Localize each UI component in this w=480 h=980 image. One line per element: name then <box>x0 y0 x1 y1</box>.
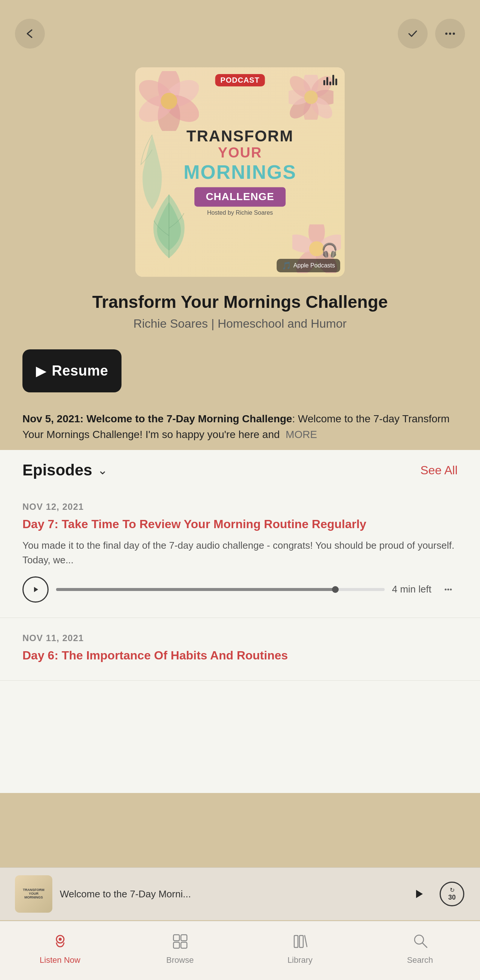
more-button[interactable]: MORE <box>286 429 317 440</box>
now-playing-controls: ↻ 30 <box>407 881 465 907</box>
svg-point-26 <box>445 589 447 590</box>
cover-challenge-text: CHALLENGE <box>194 188 285 207</box>
svg-point-9 <box>161 93 177 109</box>
resume-label: Resume <box>52 363 108 379</box>
now-playing-thumbnail: TRANSFORMYOURMORNINGS <box>15 875 52 913</box>
play-icon: ▶ <box>36 364 46 379</box>
tab-browse[interactable]: Browse <box>120 929 240 969</box>
podcast-info: Transform Your Mornings Challenge Richie… <box>0 284 480 338</box>
podcast-cover-art: PODCAST TRANSFORM YOUR MORNINGS CHALLENG… <box>135 67 345 277</box>
svg-rect-36 <box>299 935 303 947</box>
podcast-description: Nov 5, 2021: Welcome to the 7-Day Mornin… <box>0 404 480 450</box>
thumbnail-art: TRANSFORMYOURMORNINGS <box>15 875 52 913</box>
listen-now-icon <box>52 932 68 952</box>
nav-right-buttons <box>398 19 465 49</box>
episode-title[interactable]: Day 6: The Importance Of Habits And Rout… <box>22 648 458 663</box>
svg-rect-32 <box>181 935 187 941</box>
episodes-list: NOV 12, 2021 Day 7: Take Time To Review … <box>0 487 480 681</box>
cover-transform-text: TRANSFORM <box>156 127 324 145</box>
episode-more-button[interactable] <box>439 580 458 599</box>
search-icon <box>412 932 428 952</box>
resume-button[interactable]: ▶ Resume <box>22 349 121 392</box>
svg-line-38 <box>423 943 427 947</box>
top-navigation <box>0 0 480 56</box>
episode-date: NOV 12, 2021 <box>22 501 458 512</box>
see-all-button[interactable]: See All <box>420 463 458 477</box>
more-options-button[interactable] <box>435 19 465 49</box>
episode-title[interactable]: Day 7: Take Time To Review Your Morning … <box>22 517 458 532</box>
episode-date: NOV 11, 2021 <box>22 633 458 643</box>
episode-play-button[interactable] <box>22 576 49 603</box>
episode-progress-bar <box>56 588 385 591</box>
episodes-title-area: Episodes ⌄ <box>22 461 108 479</box>
tab-listen-now[interactable]: Listen Now <box>0 929 120 969</box>
tab-search[interactable]: Search <box>360 929 480 969</box>
svg-point-28 <box>450 589 452 590</box>
svg-point-1 <box>449 33 451 35</box>
svg-rect-35 <box>294 935 298 947</box>
svg-rect-31 <box>173 935 180 941</box>
svg-rect-34 <box>181 942 187 948</box>
search-label: Search <box>407 955 433 965</box>
table-row: NOV 11, 2021 Day 6: The Importance Of Ha… <box>0 618 480 681</box>
done-button[interactable] <box>398 19 428 49</box>
browse-label: Browse <box>166 955 194 965</box>
cover-art-container: PODCAST TRANSFORM YOUR MORNINGS CHALLENG… <box>0 56 480 284</box>
episode-date-title: Nov 5, 2021: Welcome to the 7-Day Mornin… <box>22 413 292 425</box>
svg-point-27 <box>447 589 449 590</box>
tab-library[interactable]: Library <box>240 929 360 969</box>
svg-rect-33 <box>173 942 180 948</box>
svg-point-0 <box>445 33 447 35</box>
cover-text: TRANSFORM YOUR MORNINGS CHALLENGE Hosted… <box>156 127 324 216</box>
library-label: Library <box>288 955 313 965</box>
browse-icon <box>172 932 188 952</box>
episode-description: You made it to the final day of the 7-da… <box>22 538 458 568</box>
svg-point-18 <box>304 91 318 104</box>
skip-forward-button[interactable]: ↻ 30 <box>439 881 465 907</box>
episode-time-left: 4 min left <box>392 584 432 595</box>
table-row: NOV 12, 2021 Day 7: Take Time To Review … <box>0 487 480 618</box>
svg-point-2 <box>453 33 455 35</box>
now-playing-bar: TRANSFORMYOURMORNINGS Welcome to the 7-D… <box>0 867 480 920</box>
tab-bar: Listen Now Browse Library <box>0 921 480 980</box>
listen-now-label: Listen Now <box>40 955 80 965</box>
cover-mornings-text: MORNINGS <box>156 161 324 184</box>
episodes-title: Episodes <box>22 461 92 479</box>
episode-controls: 4 min left <box>22 576 458 603</box>
now-playing-play-button[interactable] <box>407 883 430 905</box>
podcast-title: Transform Your Mornings Challenge <box>22 292 458 312</box>
now-playing-title: Welcome to the 7-Day Morni... <box>60 888 400 900</box>
progress-dot <box>332 586 339 593</box>
cover-your-text: YOUR <box>156 145 324 161</box>
chevron-down-icon[interactable]: ⌄ <box>98 463 108 477</box>
podcast-author: Richie Soares | Homeschool and Humor <box>22 317 458 331</box>
episodes-header: Episodes ⌄ See All <box>0 450 480 487</box>
progress-fill <box>56 588 335 591</box>
cover-hosted-text: Hosted by Richie Soares <box>156 210 324 216</box>
back-button[interactable] <box>15 19 45 49</box>
library-icon <box>292 932 308 952</box>
svg-point-30 <box>59 938 62 941</box>
